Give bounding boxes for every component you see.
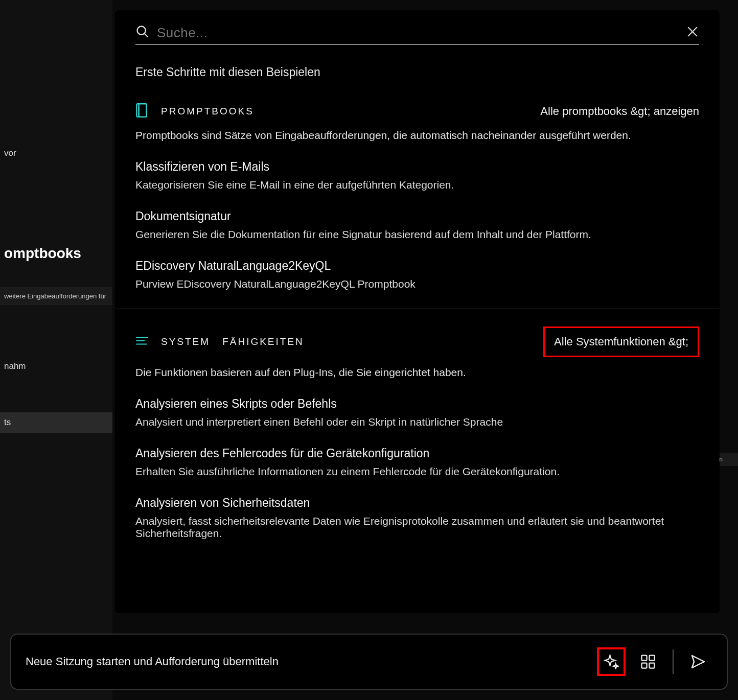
promptbook-item-title: EDiscovery NaturalLanguage2KeyQL (135, 259, 699, 273)
promptbook-item[interactable]: EDiscovery NaturalLanguage2KeyQL Purview… (135, 259, 699, 290)
system-item[interactable]: Analysieren des Fehlercodes für die Gerä… (135, 447, 699, 478)
svg-rect-11 (650, 656, 655, 661)
system-item-desc: Erhalten Sie ausführliche Informationen … (135, 465, 699, 478)
prompt-actions (597, 647, 712, 676)
promptbook-item-desc: Kategorisieren Sie eine E-Mail in eine d… (135, 179, 699, 191)
promptbook-item-title: Klassifizieren von E-Mails (135, 160, 699, 174)
system-item-desc: Analysiert, fasst sicherheitsrelevante D… (135, 515, 699, 540)
bg-title: omptbooks (0, 240, 112, 267)
system-item[interactable]: Analysieren von Sicherheitsdaten Analysi… (135, 496, 699, 540)
system-item-title: Analysieren von Sicherheitsdaten (135, 496, 699, 510)
bg-nahm: nahm (0, 356, 112, 377)
system-desc: Die Funktionen basieren auf den Plug-Ins… (135, 366, 699, 379)
system-label: SYSTEM (161, 336, 210, 347)
system-item[interactable]: Analysieren eines Skripts oder Befehls A… (135, 397, 699, 428)
svg-rect-5 (139, 104, 147, 117)
bg-ts: ts (0, 412, 112, 433)
apps-button[interactable] (634, 647, 662, 676)
all-promptbooks-link[interactable]: Alle promptbooks &gt; anzeigen (540, 105, 699, 118)
all-system-functions-link[interactable]: Alle Systemfunktionen &gt; (554, 335, 688, 348)
system-item-title: Analysieren eines Skripts oder Befehls (135, 397, 699, 411)
capabilities-label: FÄHIGKEITEN (222, 336, 304, 347)
search-input[interactable] (157, 25, 679, 41)
intro-text: Erste Schritte mit diesen Beispielen (135, 65, 699, 79)
prompt-placeholder[interactable]: Neue Sitzung starten und Aufforderung üb… (26, 655, 597, 668)
svg-rect-12 (642, 663, 647, 668)
promptbooks-label: PROMPTBOOKS (161, 106, 254, 117)
promptbook-item[interactable]: Dokumentsignatur Generieren Sie die Doku… (135, 209, 699, 241)
section-divider (115, 309, 720, 309)
close-icon[interactable] (686, 25, 699, 40)
promptbook-item-title: Dokumentsignatur (135, 209, 699, 223)
separator (673, 649, 674, 674)
sparkle-button[interactable] (597, 647, 626, 676)
search-bar (135, 25, 699, 45)
svg-line-1 (145, 34, 148, 37)
promptbooks-header: PROMPTBOOKS Alle promptbooks &gt; anzeig… (135, 103, 699, 120)
system-header: SYSTEM FÄHIGKEITEN Alle Systemfunktionen… (135, 326, 699, 357)
bg-row: vor (0, 143, 112, 164)
svg-rect-10 (642, 656, 647, 661)
bg-sub: weitere Eingabeaufforderungen für (0, 287, 112, 305)
send-button[interactable] (684, 647, 712, 676)
promptbook-item[interactable]: Klassifizieren von E-Mails Kategorisiere… (135, 160, 699, 191)
promptbook-item-desc: Generieren Sie die Dokumentation für ein… (135, 228, 699, 241)
prompt-library-panel: Erste Schritte mit diesen Beispielen PRO… (115, 10, 720, 613)
promptbook-icon (135, 103, 149, 120)
svg-point-0 (137, 27, 146, 35)
background-sidebar: vor omptbooks weitere Eingabeaufforderun… (0, 0, 112, 700)
prompt-bar: Neue Sitzung starten und Aufforderung üb… (10, 634, 728, 690)
all-system-link-highlight: Alle Systemfunktionen &gt; (543, 326, 699, 357)
search-icon (135, 25, 150, 41)
system-item-title: Analysieren des Fehlercodes für die Gerä… (135, 447, 699, 460)
list-icon (135, 336, 149, 348)
promptbook-item-desc: Purview EDiscovery NaturalLanguage2KeyQL… (135, 278, 699, 290)
svg-rect-4 (136, 104, 146, 117)
system-item-desc: Analysiert und interpretiert einen Befeh… (135, 416, 699, 428)
svg-rect-13 (650, 663, 655, 668)
promptbooks-desc: Promptbooks sind Sätze von Eingabeauffor… (135, 129, 699, 142)
